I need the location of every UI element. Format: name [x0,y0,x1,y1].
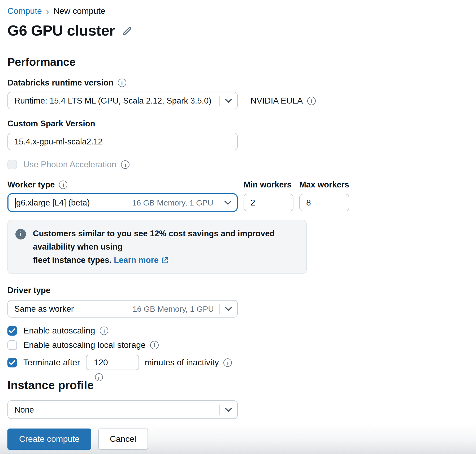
min-workers-input[interactable] [244,194,293,211]
worker-type-select[interactable]: g6.xlarge [L4] (beta) 16 GB Memory, 1 GP… [7,193,238,212]
runtime-info-icon[interactable]: i [118,79,126,87]
custom-spark-version-input[interactable] [7,133,238,150]
cancel-button[interactable]: Cancel [98,429,148,450]
select-divider [219,197,219,208]
select-divider [219,303,220,314]
nvidia-eula-label[interactable]: NVIDIA EULA [250,96,303,105]
page-title: G6 GPU cluster [7,22,115,39]
page-footer: Create compute Cancel [0,424,476,454]
runtime-selected-value: Runtime: 15.4 LTS ML (GPU, Scala 2.12, S… [14,96,214,105]
chevron-down-icon [225,98,232,103]
breadcrumb-compute-link[interactable]: Compute [7,6,42,16]
photon-checkbox[interactable] [7,160,17,169]
title-divider [7,47,476,47]
instance-profile-select[interactable]: None [7,400,238,419]
runtime-label-row: Databricks runtime version i [7,78,465,88]
terminate-checkbox[interactable] [7,358,17,367]
custom-spark-label: Custom Spark Version [7,119,465,129]
autoscaling-info-icon[interactable]: i [100,327,108,335]
breadcrumb: Compute › New compute [7,6,465,16]
new-compute-page: Compute › New compute G6 GPU cluster Per… [0,0,476,454]
worker-type-label-row: Worker type i [7,180,238,190]
worker-labels-row: Worker type i Min workers Max workers [7,180,465,190]
instance-profile-value: None [14,405,214,414]
chevron-down-icon [225,307,232,311]
instance-profile-heading: Instance profile [7,379,94,392]
enable-autoscaling-row: Enable autoscaling i [7,326,465,336]
local-storage-row: Enable autoscaling local storage i [7,340,465,350]
driver-type-label: Driver type [7,286,465,295]
min-workers-label: Min workers [244,180,293,190]
terminate-info-icon[interactable]: i [224,358,232,367]
worker-type-info-icon[interactable]: i [59,181,68,189]
title-row: G6 GPU cluster [7,22,465,39]
runtime-row: Runtime: 15.4 LTS ML (GPU, Scala 2.12, S… [7,92,465,109]
edit-title-pencil-icon[interactable] [121,25,132,36]
runtime-version-select[interactable]: Runtime: 15.4 LTS ML (GPU, Scala 2.12, S… [7,92,238,109]
banner-line2-wrap: fleet instance types. Learn more [33,253,298,267]
local-storage-label: Enable autoscaling local storage [23,340,146,350]
nvidia-eula-row: NVIDIA EULA i [250,96,315,105]
learn-more-label: Learn more [114,253,159,267]
learn-more-link[interactable]: Learn more [114,253,169,267]
worker-type-label: Worker type [7,180,55,190]
terminate-suffix-label: minutes of inactivity [145,358,219,367]
photon-row: Use Photon Acceleration i [7,160,465,169]
terminate-row: Terminate after minutes of inactivity i [7,355,465,370]
terminate-minutes-input[interactable] [86,355,139,370]
enable-autoscaling-checkbox[interactable] [7,326,17,336]
fleet-info-banner: i Customers similar to you see 12% cost … [7,220,307,274]
banner-text: Customers similar to you see 12% cost sa… [33,227,298,267]
chevron-down-icon [224,200,231,205]
chevron-down-icon [225,408,232,412]
breadcrumb-separator-icon: › [46,7,49,16]
max-workers-label: Max workers [299,180,349,190]
select-divider [219,95,220,106]
worker-type-meta: 16 GB Memory, 1 GPU [132,198,213,207]
create-compute-button[interactable]: Create compute [7,429,91,450]
worker-type-value: g6.xlarge [L4] (beta) [16,198,132,207]
external-link-icon [161,256,169,264]
instance-profile-heading-row: Instance profile i [7,379,465,392]
worker-inputs-row: g6.xlarge [L4] (beta) 16 GB Memory, 1 GP… [7,193,465,212]
driver-type-meta: 16 GB Memory, 1 GPU [133,304,214,313]
page-content: Compute › New compute G6 GPU cluster Per… [0,0,476,445]
runtime-label: Databricks runtime version [7,78,114,88]
photon-info-icon[interactable]: i [121,160,129,169]
terminate-prefix-label: Terminate after [23,358,80,367]
photon-label: Use Photon Acceleration [23,160,116,169]
instance-profile-info-icon[interactable]: i [95,373,103,381]
breadcrumb-current: New compute [53,6,105,16]
local-storage-checkbox[interactable] [7,340,17,350]
banner-line2: fleet instance types. [33,255,111,264]
banner-info-icon: i [15,229,26,239]
performance-heading: Performance [7,56,465,68]
custom-spark-label-text: Custom Spark Version [7,119,95,129]
local-storage-info-icon[interactable]: i [150,341,159,349]
driver-type-value: Same as worker [14,304,133,314]
banner-line1: Customers similar to you see 12% cost sa… [33,227,298,253]
max-workers-input[interactable] [299,194,349,211]
enable-autoscaling-label: Enable autoscaling [23,326,95,336]
driver-type-select[interactable]: Same as worker 16 GB Memory, 1 GPU [7,300,238,318]
text-caret [15,198,16,207]
nvidia-eula-info-icon[interactable]: i [307,96,315,105]
toggle-list: Enable autoscaling i Enable autoscaling … [7,326,465,370]
select-divider [219,404,220,415]
